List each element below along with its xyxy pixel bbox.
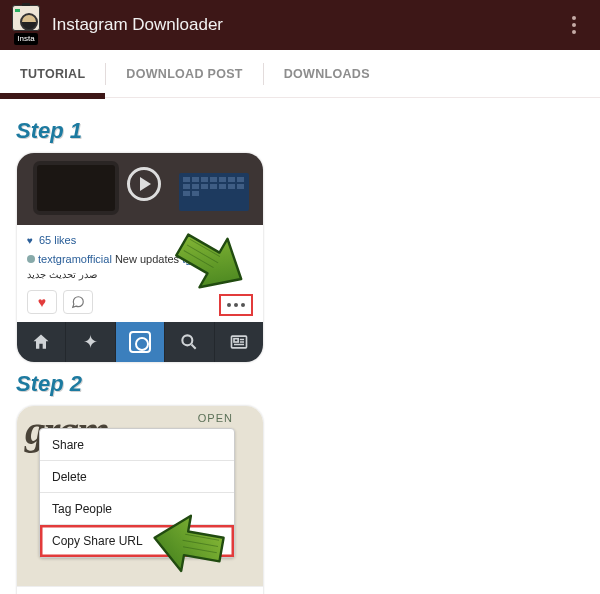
app-bar: Insta Instagram Downloader [0,0,600,50]
avatar-dot-icon [27,255,35,263]
share-menu-popup: Share Delete Tag People Copy Share URL [39,428,235,558]
overflow-menu-icon[interactable] [556,5,592,45]
tab-label: DOWNLOADS [284,67,370,81]
step-2-illustration: gram OPEN Share Delete Tag People Copy S… [16,405,264,594]
menu-item-copy-share-url-highlight: Copy Share URL [40,525,234,557]
post-username: textgramofficial [38,253,112,265]
tab-bar: TUTORIAL DOWNLOAD POST DOWNLOADS [0,50,600,98]
menu-item-label: Copy Share URL [52,534,143,548]
tab-download-post[interactable]: DOWNLOAD POST [106,50,262,98]
instagram-popup-background: gram OPEN Share Delete Tag People Copy S… [17,406,263,586]
likes-label: 65 likes [27,233,253,248]
step-1-title: Step 1 [16,118,584,144]
home-icon [17,322,66,362]
post-caption-arabic: صدر تحديث جديد [27,267,253,282]
menu-item-label: Share [52,438,84,452]
post-caption-a: New updates [115,253,179,265]
play-icon [127,167,161,201]
keyboard-icon [179,173,249,211]
step-2-title: Step 2 [16,371,584,397]
menu-item-label: Tag People [52,502,112,516]
camera-icon [116,322,165,362]
instagram-post-meta: 65 likes textgramofficial New updates tg… [17,225,263,322]
open-badge: OPEN [198,412,233,424]
search-icon [165,322,214,362]
app-title: Instagram Downloader [52,15,556,35]
svg-rect-2 [234,339,238,342]
comment-icon [63,290,93,314]
menu-item-delete: Delete [40,461,234,493]
post-caption-b: tgram [182,253,210,265]
tutorial-content: Step 1 65 likes textgramofficial New upd… [0,98,600,594]
menu-item-share: Share [40,429,234,461]
step-1-illustration: 65 likes textgramofficial New updates tg… [16,152,264,363]
tab-label: DOWNLOAD POST [126,67,242,81]
app-logo-label: Insta [14,33,37,45]
profile-card-icon [215,322,263,362]
likes-label: 65 likes [17,586,263,594]
menu-item-label: Delete [52,470,87,484]
tab-downloads[interactable]: DOWNLOADS [264,50,390,98]
menu-item-tag-people: Tag People [40,493,234,525]
heart-icon: ♥ [27,290,57,314]
app-logo-icon: Insta [8,5,44,45]
instagram-bottom-nav: ✦ [17,322,263,362]
phone-icon [37,165,115,211]
instagram-post-thumb [17,153,263,225]
tab-label: TUTORIAL [20,67,85,81]
tab-tutorial[interactable]: TUTORIAL [0,50,105,98]
ellipsis-icon-highlight [219,294,253,316]
compass-icon: ✦ [66,322,115,362]
svg-point-0 [183,335,193,345]
